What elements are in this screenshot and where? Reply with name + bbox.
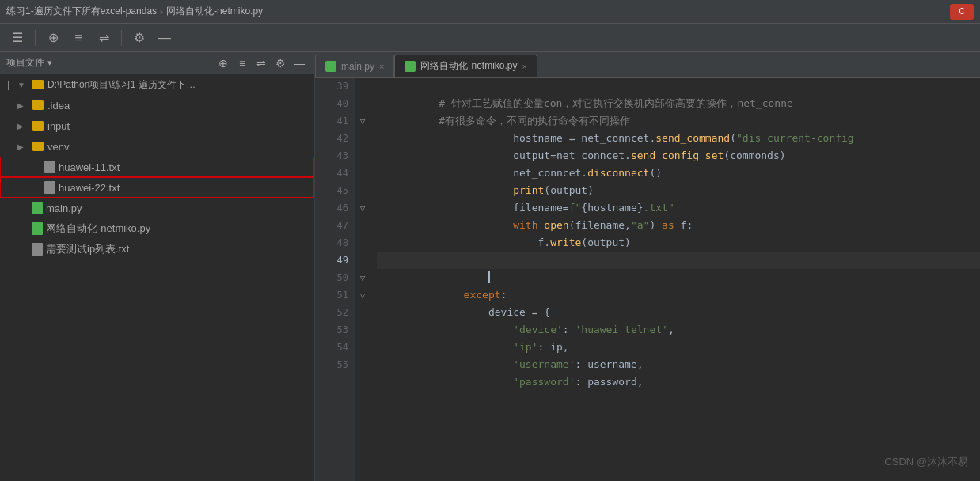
tab-mainpy-icon xyxy=(325,61,336,72)
l42-arg: commonds xyxy=(730,150,780,161)
line-numbers: 39 40 41 42 43 44 45 46 47 48 49 50 51 5… xyxy=(315,78,355,481)
sidebar-collapse-button[interactable]: ≡ xyxy=(234,55,251,71)
project-button[interactable]: ⊕ xyxy=(42,28,64,48)
gutter-50: ▽ xyxy=(355,269,370,286)
l45-fstr: f" xyxy=(569,202,582,214)
tab-mainpy[interactable]: main.py × xyxy=(315,55,394,77)
sidebar-item-huawei22[interactable]: huawei-22.txt xyxy=(0,177,314,198)
sidebar-dropdown-arrow: ▾ xyxy=(47,58,52,68)
sidebar-item-netmiko[interactable]: 网络自动化-netmiko.py xyxy=(0,218,314,239)
l47-write: write xyxy=(550,237,581,248)
l46-open: open xyxy=(544,219,568,231)
tab-netmiko-label: 网络自动化-netmiko.py xyxy=(420,59,517,73)
ln-44: 44 xyxy=(337,165,348,182)
tab-netmiko-close[interactable]: × xyxy=(522,62,527,71)
ln-41: 41 xyxy=(337,112,348,130)
tab-netmiko-icon xyxy=(405,61,416,72)
sidebar-item-iplist[interactable]: 需要测试ip列表.txt xyxy=(0,239,314,259)
gutter-53 xyxy=(355,321,370,339)
sidebar-item-input[interactable]: ▶ input xyxy=(0,116,314,136)
cm-40: #有很多命令，不同的执行命令有不同操作 xyxy=(439,115,630,127)
l44-output: output xyxy=(550,184,587,196)
l46-mode: "a" xyxy=(631,219,649,231)
ln-50: 50 xyxy=(337,269,348,286)
ln-40: 40 xyxy=(337,95,348,112)
venv-expand-arrow: ▶ xyxy=(17,142,28,151)
idea-expand-arrow: ▶ xyxy=(17,101,28,110)
project-sidebar: 项目文件 ▾ ⊕ ≡ ⇌ ⚙ — │ ▼ D:\Pathon项目\练习1-遍历文… xyxy=(0,52,315,481)
l43-fn: disconnect xyxy=(587,167,649,179)
ln-48: 48 xyxy=(337,234,348,252)
revert-button[interactable]: ⇌ xyxy=(93,28,115,48)
sidebar-arrows-button[interactable]: ⇌ xyxy=(253,55,270,71)
hw11-file-icon xyxy=(44,161,55,173)
code-editor[interactable]: main.py × 网络自动化-netmiko.py × 39 40 41 42… xyxy=(315,52,980,481)
gutter-area: ▽ ▽ ▽ ▽ xyxy=(355,78,370,481)
ln-51: 51 xyxy=(337,286,348,304)
cursor xyxy=(488,271,496,283)
settings-button[interactable]: ⚙ xyxy=(128,28,150,48)
commit-button[interactable]: ≡ xyxy=(67,28,89,48)
ln-53: 53 xyxy=(337,321,348,339)
ln-47: 47 xyxy=(337,217,348,234)
l41-fn: send_command xyxy=(655,132,730,144)
l45-ext: .txt" xyxy=(644,202,674,214)
root-folder-icon xyxy=(32,80,44,89)
gutter-48 xyxy=(355,234,370,252)
l55-key: 'password' xyxy=(513,376,575,388)
sidebar-item-venv[interactable]: ▶ venv xyxy=(0,136,314,157)
mainpy-icon xyxy=(32,202,43,214)
l52-val: 'huawei_telnet' xyxy=(575,324,667,335)
input-expand-arrow: ▶ xyxy=(17,122,28,131)
more-button[interactable]: — xyxy=(154,28,176,48)
gutter-54 xyxy=(355,339,370,356)
sidebar-root-item[interactable]: │ ▼ D:\Pathon项目\练习1-遍历文件下… xyxy=(0,74,314,95)
main-content: 项目文件 ▾ ⊕ ≡ ⇌ ⚙ — │ ▼ D:\Pathon项目\练习1-遍历文… xyxy=(0,52,980,481)
title-path2: 网络自动化-netmiko.py xyxy=(166,5,263,18)
sidebar-item-huawei11[interactable]: huawei-11.txt xyxy=(0,157,314,177)
gutter-44 xyxy=(355,165,370,182)
ln-49: 49 xyxy=(337,252,348,269)
l50-except: except xyxy=(464,289,501,301)
gutter-52 xyxy=(355,304,370,321)
l51-device: device xyxy=(488,306,526,318)
toolbar-sep-1 xyxy=(35,30,36,46)
l55-pass: password xyxy=(587,376,637,388)
tab-mainpy-label: main.py xyxy=(341,61,374,72)
code-line-49 xyxy=(377,252,980,269)
tab-netmiko[interactable]: 网络自动化-netmiko.py × xyxy=(394,55,537,77)
l43-obj: net_conncet xyxy=(513,167,581,179)
mainpy-label: main.py xyxy=(46,203,82,214)
l42-obj: net_conncet xyxy=(556,150,625,161)
sidebar-add-button[interactable]: ⊕ xyxy=(215,55,232,71)
gutter-55 xyxy=(355,356,370,373)
l54-uname: username xyxy=(587,358,637,370)
hw22-label: huawei-22.txt xyxy=(59,182,120,194)
gutter-42 xyxy=(355,130,370,147)
code-lines-area[interactable]: # 针对工艺赋值的变量con，对它执行交换机内部你高要的操作，net_conne… xyxy=(370,78,980,481)
l45-hn: hostname xyxy=(587,202,637,214)
l52-key: 'device' xyxy=(513,324,563,335)
gutter-39 xyxy=(355,78,370,95)
csdn-logo: C xyxy=(950,4,974,20)
tab-mainpy-close[interactable]: × xyxy=(379,62,384,71)
title-bar: 练习1-遍历文件下所有excel-pandas › 网络自动化-netmiko.… xyxy=(0,0,980,24)
l47-output: output xyxy=(587,237,625,248)
ln-55: 55 xyxy=(337,356,348,373)
sidebar-item-idea[interactable]: ▶ .idea xyxy=(0,95,314,116)
sidebar-minimize-button[interactable]: — xyxy=(291,55,308,71)
l46-fn: filename xyxy=(575,219,625,231)
title-path1: 练习1-遍历文件下所有excel-pandas xyxy=(6,5,157,18)
input-label: input xyxy=(47,120,70,132)
menu-button[interactable]: ☰ xyxy=(6,28,28,48)
code-line-39: # 针对工艺赋值的变量con，对它执行交换机内部你高要的操作，net_conne xyxy=(377,78,980,95)
root-folder-label: D:\Pathon项目\练习1-遍历文件下… xyxy=(47,78,196,92)
sidebar-settings-button[interactable]: ⚙ xyxy=(272,55,289,71)
l41-obj: net_conncet xyxy=(581,132,649,144)
idea-folder-icon xyxy=(32,100,44,110)
watermark: CSDN @沐沐不易 xyxy=(884,455,968,469)
main-toolbar: ☰ ⊕ ≡ ⇌ ⚙ — xyxy=(0,24,980,52)
l42-out: output xyxy=(513,150,550,161)
iplist-icon xyxy=(32,243,43,256)
sidebar-item-mainpy[interactable]: main.py xyxy=(0,198,314,218)
